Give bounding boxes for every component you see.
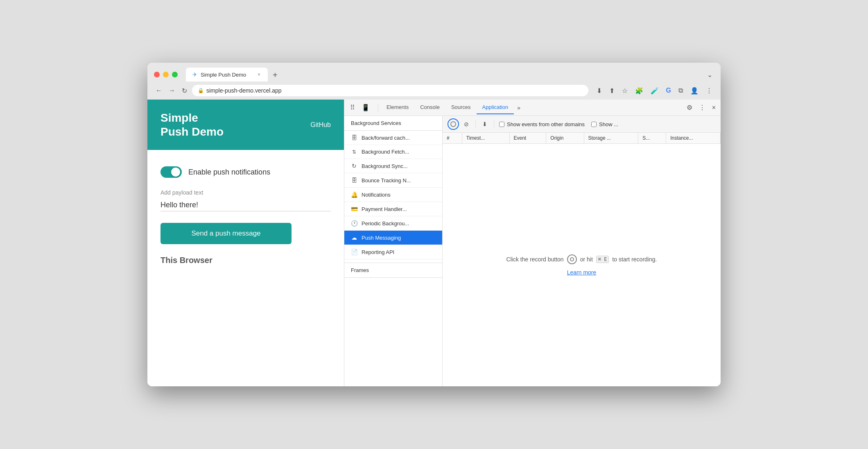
maximize-button[interactable]: [172, 72, 178, 77]
devtools-more-tabs-button[interactable]: »: [514, 103, 524, 113]
empty-text-before: Click the record button: [506, 256, 564, 263]
col-header-instance: Instance...: [666, 133, 721, 144]
clear-button[interactable]: ⊘: [462, 120, 470, 128]
site-title-line2: Push Demo: [160, 125, 224, 139]
bounce-tracking-label: Bounce Tracking N...: [362, 177, 411, 184]
reporting-api-icon: 📄: [351, 249, 357, 255]
tab-more-button[interactable]: ⌄: [705, 69, 714, 80]
push-messaging-icon: ☁: [351, 234, 357, 241]
forward-button[interactable]: →: [167, 85, 177, 96]
events-table: # Timest... Event Origin Storage ... S..…: [443, 133, 721, 144]
devtools-close-button[interactable]: ×: [710, 102, 717, 113]
devtools-settings-button[interactable]: ⚙: [685, 102, 694, 113]
payload-label: Add payload text: [160, 189, 331, 196]
notifications-toggle[interactable]: [160, 166, 182, 178]
tab-elements[interactable]: Elements: [381, 101, 414, 114]
tab-application[interactable]: Application: [477, 101, 514, 114]
devtools-tab-bar: ⠿ 📱 Elements Console Sources Application…: [344, 100, 721, 116]
learn-more-link[interactable]: Learn more: [567, 269, 597, 276]
url-display: simple-push-demo.vercel.app: [206, 87, 583, 94]
push-messaging-label: Push Messaging: [362, 235, 401, 241]
record-button-inline-icon: [567, 254, 577, 264]
export-button[interactable]: ⬇: [481, 120, 489, 128]
show-other-domains-label: Show events from other domains: [507, 121, 585, 127]
device-toolbar-button[interactable]: 📱: [359, 102, 372, 113]
devtools-experiments-button[interactable]: 🧪: [649, 85, 660, 96]
background-fetch-icon: ⇅: [351, 149, 357, 155]
bg-services-header: Background Services: [344, 116, 442, 131]
col-header-storage: Storage ...: [584, 133, 638, 144]
devtools-menu-button[interactable]: ⋮: [697, 102, 707, 113]
window-controls: [154, 72, 178, 77]
this-browser-label: This Browser: [160, 256, 331, 265]
show-label: Show ...: [599, 121, 618, 127]
minimize-button[interactable]: [163, 72, 169, 77]
inspect-element-button[interactable]: ⠿: [348, 102, 357, 113]
show-other-domains-checkbox-row[interactable]: Show events from other domains: [499, 121, 585, 127]
split-screen-button[interactable]: ⧉: [677, 85, 685, 96]
payload-input[interactable]: [160, 199, 331, 211]
address-bar: ← → ↻ 🔒 simple-push-demo.vercel.app ⬇ ⬆ …: [147, 82, 721, 100]
bg-services-sidebar: Background Services 🗄 Back/forward cach.…: [344, 116, 443, 386]
site-title: Simple Push Demo: [160, 111, 224, 138]
devtools-content-toolbar: ⊘ ⬇ Show events from other domains Show …: [443, 116, 721, 133]
keyboard-shortcut-display: ⌘ E: [596, 256, 609, 263]
tab-sources[interactable]: Sources: [445, 101, 477, 114]
reporting-api-label: Reporting API: [362, 249, 394, 255]
show-checkbox[interactable]: [591, 122, 597, 127]
address-bar-input-wrap[interactable]: 🔒 simple-push-demo.vercel.app: [192, 85, 588, 96]
bookmark-button[interactable]: ☆: [620, 85, 629, 96]
sidebar-item-background-fetch[interactable]: ⇅ Background Fetch...: [344, 145, 442, 159]
sidebar-item-bounce-tracking[interactable]: 🗄 Bounce Tracking N...: [344, 173, 442, 188]
profile-button[interactable]: 👤: [689, 85, 700, 96]
devtools-settings-area: ⚙ ⋮ ×: [685, 102, 717, 113]
frames-section-header: Frames: [344, 263, 442, 278]
col-header-event: Event: [509, 133, 546, 144]
sidebar-item-periodic-background[interactable]: 🕐 Periodic Backgrou...: [344, 216, 442, 231]
toggle-knob: [171, 168, 180, 177]
lock-icon: 🔒: [198, 88, 204, 93]
sidebar-item-payment-handler[interactable]: 💳 Payment Handler...: [344, 202, 442, 216]
empty-text-after: or hit: [580, 256, 593, 263]
sidebar-item-back-forward[interactable]: 🗄 Back/forward cach...: [344, 131, 442, 145]
tab-bar: ✈ Simple Push Demo × +: [186, 68, 701, 82]
devtools-panel: ⠿ 📱 Elements Console Sources Application…: [344, 100, 721, 386]
background-sync-icon: ↻: [351, 163, 357, 169]
empty-state: Click the record button or hit ⌘ E to st…: [443, 144, 721, 386]
notifications-toggle-row: Enable push notifications: [160, 166, 331, 178]
browser-window: ✈ Simple Push Demo × + ⌄ ← → ↻ 🔒 simple-…: [147, 63, 721, 386]
send-push-button[interactable]: Send a push message: [160, 223, 292, 244]
bg-services-layout: Background Services 🗄 Back/forward cach.…: [344, 116, 721, 386]
back-forward-icon: 🗄: [351, 134, 357, 141]
back-button[interactable]: ←: [154, 85, 164, 96]
main-area: Simple Push Demo GitHub Enable push noti…: [147, 100, 721, 386]
extensions-button[interactable]: 🧩: [633, 85, 645, 96]
tab-close-button[interactable]: ×: [257, 71, 261, 78]
record-inner-sm: [570, 257, 574, 261]
back-forward-label: Back/forward cach...: [362, 135, 410, 141]
google-button[interactable]: G: [665, 85, 673, 96]
chrome-menu-button[interactable]: ⋮: [704, 85, 714, 96]
show-checkbox-row[interactable]: Show ...: [591, 121, 618, 127]
title-bar: ✈ Simple Push Demo × + ⌄: [147, 63, 721, 82]
download-page-button[interactable]: ⬇: [595, 85, 604, 96]
active-tab[interactable]: ✈ Simple Push Demo ×: [186, 68, 268, 82]
record-button[interactable]: [448, 118, 459, 130]
close-button[interactable]: [154, 72, 160, 77]
bounce-tracking-icon: 🗄: [351, 177, 357, 184]
toggle-label: Enable push notifications: [188, 168, 270, 177]
github-link[interactable]: GitHub: [310, 121, 331, 129]
show-other-domains-checkbox[interactable]: [499, 122, 504, 127]
new-tab-button[interactable]: +: [269, 69, 281, 82]
sidebar-item-reporting-api[interactable]: 📄 Reporting API: [344, 245, 442, 259]
col-header-timestamp: Timest...: [462, 133, 509, 144]
sidebar-item-notifications[interactable]: 🔔 Notifications: [344, 188, 442, 202]
col-header-origin: Origin: [546, 133, 584, 144]
share-button[interactable]: ⬆: [608, 85, 616, 96]
sidebar-item-push-messaging[interactable]: ☁ Push Messaging: [344, 231, 442, 245]
payment-handler-label: Payment Handler...: [362, 206, 407, 212]
sidebar-item-background-sync[interactable]: ↻ Background Sync...: [344, 159, 442, 173]
reload-button[interactable]: ↻: [180, 85, 189, 96]
tab-console[interactable]: Console: [414, 101, 445, 114]
tab-icon: ✈: [192, 71, 197, 78]
